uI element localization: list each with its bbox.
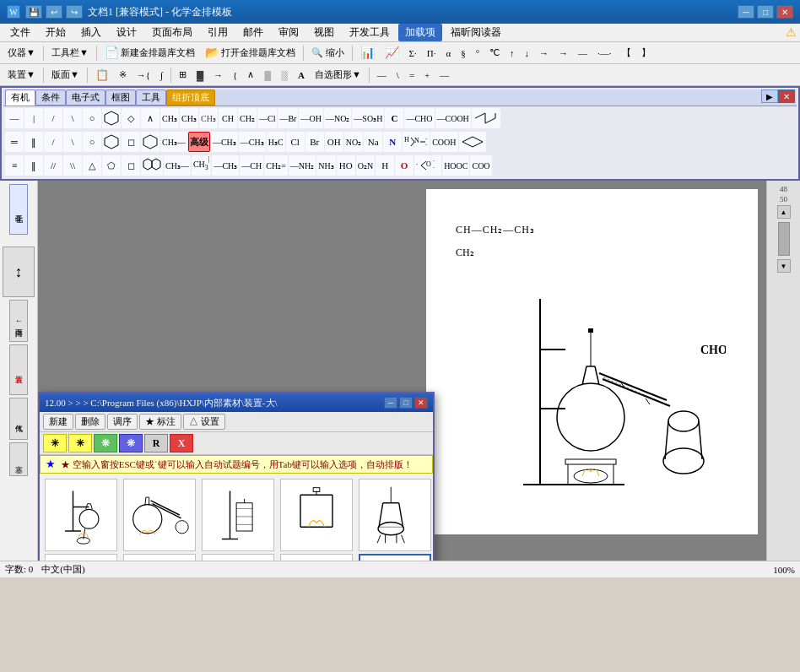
device-side-btn[interactable]: 装置	[9, 344, 28, 395]
save-btn[interactable]: 💾	[25, 5, 42, 19]
close-btn[interactable]: ✕	[776, 5, 793, 19]
o2n-sym[interactable]: O₂N	[356, 155, 375, 176]
cho-sym[interactable]: —CHO	[404, 108, 434, 128]
gas-btn[interactable]: 气体	[9, 398, 28, 440]
minus-btn[interactable]: —	[435, 66, 453, 84]
equals-btn[interactable]: =	[405, 66, 419, 84]
scroll-up-btn[interactable]: ▲	[777, 205, 791, 219]
oh-sym[interactable]: —OH	[299, 108, 322, 128]
backslash2[interactable]: \	[63, 132, 82, 152]
apparatus-item-2[interactable]	[123, 479, 196, 551]
apparatus-item-9[interactable]	[280, 554, 353, 561]
hexagon-sym[interactable]	[102, 108, 121, 128]
na-sym[interactable]: Na	[364, 132, 382, 152]
n-sym[interactable]: N	[383, 132, 402, 152]
circle-sym[interactable]: ○	[83, 108, 101, 128]
undo-btn[interactable]: ↩	[46, 5, 62, 19]
grid-btn[interactable]: ⊞	[175, 66, 191, 84]
nh2-sym[interactable]: —NH₂	[289, 155, 316, 176]
autoformat-btn[interactable]: 自选图形▼	[311, 66, 365, 84]
square3[interactable]: ◻	[122, 155, 140, 176]
ch2-sym[interactable]: CH₂	[238, 108, 257, 128]
triple-vert[interactable]: ‖	[24, 155, 43, 176]
unicode1[interactable]: ∧	[243, 66, 258, 84]
float-restore[interactable]: □	[399, 397, 413, 409]
chem-toolbar-close[interactable]: ✕	[778, 89, 795, 103]
sort-apparatus-btn[interactable]: 调序	[107, 414, 138, 430]
no22[interactable]: NO₂	[344, 132, 363, 152]
o-sym[interactable]: O	[395, 155, 414, 176]
coo-sym[interactable]: COO	[470, 155, 491, 176]
apparatus-item-10[interactable]	[359, 554, 431, 561]
menu-file[interactable]: 文件	[3, 24, 37, 41]
ch3-3[interactable]: CH₃	[199, 108, 218, 128]
vert-bond[interactable]: |	[24, 108, 43, 128]
ch3-sub[interactable]: CH3 |	[192, 155, 212, 176]
triangle[interactable]: △	[83, 155, 101, 176]
menu-ref[interactable]: 引用	[201, 24, 235, 41]
plug-btn[interactable]: 塞	[9, 442, 28, 476]
hex3[interactable]	[141, 132, 159, 152]
ch2eq[interactable]: CH₂=	[264, 155, 288, 176]
ch3-r2[interactable]: —CH₃	[239, 132, 266, 152]
text-a-btn[interactable]: A	[294, 66, 309, 84]
maximize-btn[interactable]: □	[757, 5, 774, 19]
double-slash[interactable]: //	[44, 155, 62, 176]
chem-eng-btn[interactable]: 化学工	[9, 184, 28, 235]
cl-sym[interactable]: —Cl	[257, 108, 277, 128]
quick-x[interactable]: X	[170, 434, 193, 453]
tab-organic[interactable]: 有机	[5, 89, 35, 106]
symbol-btn2[interactable]: Π·	[423, 44, 441, 62]
apparatus-item-7[interactable]	[123, 554, 196, 561]
menu-design[interactable]: 设计	[110, 24, 143, 41]
circle2[interactable]: ○	[83, 132, 101, 152]
quick-star2[interactable]: ✳	[68, 434, 92, 453]
oh2[interactable]: OH	[325, 132, 343, 152]
symbol-btn6[interactable]: ℃	[485, 44, 504, 62]
menu-addins[interactable]: 加载项	[398, 24, 442, 41]
shade1[interactable]: ▒	[260, 66, 275, 84]
fill-btn[interactable]: ▓	[192, 66, 208, 84]
double-back[interactable]: \\	[63, 155, 82, 176]
special-btn3[interactable]: ∫	[156, 66, 167, 84]
dash2-btn[interactable]: —	[373, 66, 391, 84]
tab-tools[interactable]: 工具	[136, 89, 166, 106]
redo-btn[interactable]: ↪	[66, 5, 83, 19]
pentagon[interactable]: ⬠	[102, 155, 121, 176]
down-arrow-btn[interactable]: ↓向下排	[9, 300, 28, 342]
annotate-btn[interactable]: ★ 标注	[139, 414, 181, 430]
scroll-thumb[interactable]	[778, 222, 790, 256]
square2[interactable]: ◻	[122, 132, 140, 152]
apparatus-item-4[interactable]	[280, 479, 353, 551]
special-btn1[interactable]: ※	[115, 66, 131, 84]
menu-start[interactable]: 开始	[39, 24, 73, 41]
dbl-hex[interactable]	[141, 155, 163, 176]
apparatus-item-6[interactable]	[45, 554, 117, 561]
arrow-up-btn[interactable]: ↑	[505, 44, 519, 62]
delete-apparatus-btn[interactable]: 删除	[75, 414, 105, 430]
menu-dev[interactable]: 开发工具	[343, 24, 397, 41]
apparatus-item-5[interactable]	[359, 479, 431, 551]
single-bond[interactable]: —	[5, 108, 24, 128]
arrow-r-btn[interactable]: →	[209, 66, 227, 84]
n-struct[interactable]: H N ..	[403, 132, 430, 152]
br2[interactable]: Br	[305, 132, 324, 152]
toolbar-btn[interactable]: 工具栏▼	[47, 44, 93, 62]
quick-snowflake[interactable]: ❊	[119, 434, 143, 453]
menu-foxit[interactable]: 福昕阅读器	[444, 24, 508, 41]
h-sym[interactable]: H	[376, 155, 394, 176]
minimize-btn[interactable]: ─	[738, 5, 754, 19]
zoom-out-btn[interactable]: 🔍 缩小	[307, 44, 349, 62]
device-btn[interactable]: 装置▼	[3, 66, 40, 84]
tab-electron[interactable]: 电子式	[66, 89, 105, 106]
bracket-btn2[interactable]: 【	[618, 44, 635, 62]
c-sym[interactable]: C	[385, 108, 403, 128]
open-doc-btn[interactable]: 📂打开金排题库文档	[201, 44, 300, 62]
h3c[interactable]: H₃C	[267, 132, 285, 152]
ch3-r1[interactable]: —CH₃	[211, 132, 238, 152]
chem-toolbar-expand[interactable]: ▶	[761, 89, 778, 103]
ch3-left[interactable]: CH₃—	[160, 132, 187, 152]
quick-cross[interactable]: ❊	[94, 434, 117, 453]
menu-view[interactable]: 视图	[307, 24, 341, 41]
backslash-bond[interactable]: \	[63, 108, 82, 128]
